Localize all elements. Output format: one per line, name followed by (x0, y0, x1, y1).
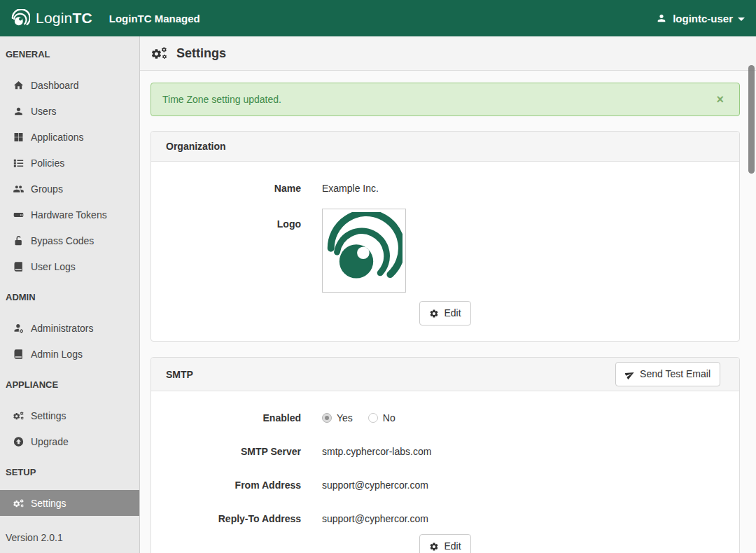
edit-button-label: Edit (444, 307, 461, 320)
brand-login: Login (36, 10, 72, 26)
sidebar-section-general: GENERAL (0, 36, 139, 72)
home-icon (13, 80, 24, 91)
org-logo-label: Logo (162, 209, 301, 293)
user-icon (656, 13, 667, 24)
sidebar-item-administrators[interactable]: Administrators (0, 315, 139, 341)
sidebar-item-admin-logs[interactable]: Admin Logs (0, 341, 139, 367)
success-alert: Time Zone setting updated. × (150, 83, 740, 116)
logintc-swirl-icon (11, 9, 30, 28)
sidebar-item-bypass-codes[interactable]: Bypass Codes (0, 227, 139, 253)
sidebar-section-setup: SETUP (0, 454, 139, 490)
top-navbar: LoginTC LoginTC Managed logintc-user (0, 0, 756, 36)
sidebar-item-label: Settings (31, 410, 66, 421)
users-icon (13, 183, 24, 195)
sidebar-item-label: Policies (31, 158, 64, 169)
sidebar-item-label: Groups (31, 183, 63, 195)
main-content: Settings Time Zone setting updated. × Or… (140, 36, 756, 553)
hdd-icon (13, 209, 24, 220)
unlock-icon (13, 235, 24, 246)
caret-down-icon (738, 18, 745, 21)
organization-panel-body: Name Example Inc. Logo (151, 162, 739, 341)
smtp-from-value: support@cyphercor.com (322, 478, 428, 492)
smtp-replyto-label: Reply-To Address (162, 512, 301, 526)
smtp-edit-button[interactable]: Edit (419, 534, 470, 553)
sidebar-item-dashboard[interactable]: Dashboard (0, 72, 139, 98)
gear-icon (429, 309, 439, 318)
sidebar-item-label: Hardware Tokens (31, 209, 107, 220)
sidebar-item-groups[interactable]: Groups (0, 176, 139, 202)
organization-panel-title: Organization (166, 141, 724, 152)
sidebar-item-label: User Logs (31, 261, 76, 272)
paper-plane-icon (625, 370, 635, 379)
sidebar-item-upgrade[interactable]: Upgrade (0, 428, 139, 454)
environment-label: LoginTC Managed (109, 13, 200, 24)
close-icon[interactable]: × (712, 94, 728, 104)
brand-tc: TC (72, 10, 92, 26)
gear-icon (429, 542, 439, 552)
sidebar-item-label: Users (31, 106, 57, 117)
circle-up-icon (13, 436, 24, 447)
logintc-swirl-icon (326, 212, 402, 289)
sidebar-item-label: Administrators (31, 323, 93, 334)
sidebar-item-hardware-tokens[interactable]: Hardware Tokens (0, 202, 139, 227)
smtp-server-value: smtp.cyphercor-labs.com (322, 444, 431, 458)
cogs-icon (13, 498, 24, 509)
organization-panel: Organization Name Example Inc. Logo (150, 131, 740, 342)
page-title: Settings (176, 46, 226, 61)
user-menu-label: logintc-user (673, 13, 733, 24)
send-test-email-label: Send Test Email (640, 368, 710, 381)
sidebar-section-appliance: APPLIANCE (0, 367, 139, 402)
org-name-value: Example Inc. (322, 181, 379, 195)
smtp-enabled-no-radio[interactable] (368, 413, 378, 423)
smtp-panel: SMTP Send Test Email Enabled YesNo SMT (150, 357, 740, 553)
sidebar-item-label: Upgrade (31, 436, 69, 447)
sidebar-item-appliance-settings[interactable]: Settings (0, 402, 139, 428)
brand[interactable]: LoginTC (11, 9, 92, 28)
organization-panel-header: Organization (151, 132, 739, 162)
user-icon (13, 106, 24, 117)
sidebar-item-label: Bypass Codes (31, 235, 94, 246)
smtp-server-label: SMTP Server (162, 444, 301, 458)
smtp-panel-header: SMTP Send Test Email (151, 358, 739, 391)
cogs-icon (150, 46, 168, 60)
smtp-enabled-label: Enabled (162, 411, 301, 425)
edit-button-label: Edit (444, 540, 461, 553)
user-menu[interactable]: logintc-user (656, 13, 745, 24)
page-header: Settings (140, 36, 756, 71)
sidebar-item-users[interactable]: Users (0, 98, 139, 124)
sidebar-section-admin: ADMIN (0, 279, 139, 315)
vertical-scrollbar[interactable] (748, 65, 755, 174)
content-area: Time Zone setting updated. × Organizatio… (140, 71, 756, 553)
sidebar-item-policies[interactable]: Policies (0, 150, 139, 176)
smtp-from-label: From Address (162, 478, 301, 492)
sidebar-item-label: Admin Logs (31, 349, 83, 360)
book-icon (13, 261, 24, 272)
cogs-icon (13, 410, 24, 421)
list-check-icon (13, 158, 24, 169)
sidebar: GENERAL Dashboard Users Applications Pol… (0, 36, 140, 553)
smtp-enabled-yes-label: Yes (337, 412, 353, 424)
org-name-label: Name (162, 181, 301, 195)
sidebar-item-label: Applications (31, 132, 84, 143)
alert-message: Time Zone setting updated. (162, 94, 712, 105)
sidebar-item-label: Settings (31, 498, 66, 509)
smtp-panel-title: SMTP (166, 369, 615, 380)
grid-icon (13, 132, 24, 143)
sidebar-item-applications[interactable]: Applications (0, 124, 139, 150)
org-logo-image (322, 209, 406, 293)
organization-edit-button[interactable]: Edit (419, 301, 470, 326)
version-label: Version 2.0.1 (0, 516, 139, 553)
smtp-enabled-no-label: No (383, 412, 396, 424)
smtp-replyto-value: support@cyphercor.com (322, 512, 428, 526)
sidebar-item-user-logs[interactable]: User Logs (0, 253, 139, 279)
sidebar-item-setup-settings[interactable]: Settings (0, 490, 139, 516)
smtp-panel-body: Enabled YesNo SMTP Server smtp.cyphercor… (151, 391, 739, 553)
brand-text: LoginTC (36, 10, 92, 27)
book-icon (13, 349, 24, 360)
user-gear-icon (13, 323, 24, 334)
smtp-enabled-yes-radio[interactable] (322, 413, 332, 423)
send-test-email-button[interactable]: Send Test Email (615, 362, 720, 386)
sidebar-item-label: Dashboard (31, 80, 79, 91)
